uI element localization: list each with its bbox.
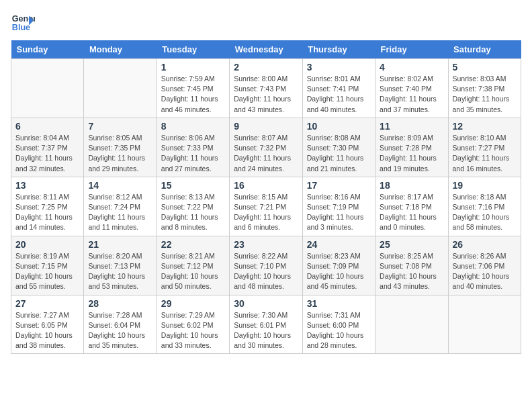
svg-text:Blue: Blue [12,23,30,32]
day-info: Sunrise: 8:23 AM Sunset: 7:09 PM Dayligh… [307,251,371,292]
calendar-cell: 6Sunrise: 8:04 AM Sunset: 7:37 PM Daylig… [11,118,84,177]
day-info: Sunrise: 8:07 AM Sunset: 7:32 PM Dayligh… [234,133,298,174]
day-info: Sunrise: 7:28 AM Sunset: 6:04 PM Dayligh… [88,310,152,351]
day-number: 5 [453,62,517,73]
day-info: Sunrise: 7:29 AM Sunset: 6:02 PM Dayligh… [161,310,225,351]
day-info: Sunrise: 8:09 AM Sunset: 7:28 PM Dayligh… [380,133,443,174]
calendar-cell: 30Sunrise: 7:30 AM Sunset: 6:01 PM Dayli… [230,295,302,354]
day-number: 2 [234,62,298,73]
day-number: 30 [234,298,298,309]
day-number: 17 [307,180,371,191]
day-number: 25 [380,239,443,250]
day-info: Sunrise: 8:19 AM Sunset: 7:15 PM Dayligh… [15,251,79,292]
calendar-cell: 3Sunrise: 8:01 AM Sunset: 7:41 PM Daylig… [302,59,375,118]
weekday-header-thursday: Thursday [302,40,375,59]
day-info: Sunrise: 7:27 AM Sunset: 6:05 PM Dayligh… [15,310,79,351]
calendar-cell: 24Sunrise: 8:23 AM Sunset: 7:09 PM Dayli… [302,236,375,295]
calendar-cell: 1Sunrise: 7:59 AM Sunset: 7:45 PM Daylig… [157,59,229,118]
day-number: 6 [15,121,79,132]
day-info: Sunrise: 8:21 AM Sunset: 7:12 PM Dayligh… [161,251,225,292]
day-number: 4 [380,62,443,73]
calendar-cell [375,295,448,354]
calendar-cell: 5Sunrise: 8:03 AM Sunset: 7:38 PM Daylig… [448,59,521,118]
calendar-cell: 10Sunrise: 8:08 AM Sunset: 7:30 PM Dayli… [302,118,375,177]
day-info: Sunrise: 8:20 AM Sunset: 7:13 PM Dayligh… [88,251,152,292]
day-info: Sunrise: 8:13 AM Sunset: 7:22 PM Dayligh… [161,192,225,233]
calendar-cell: 18Sunrise: 8:17 AM Sunset: 7:18 PM Dayli… [375,177,448,236]
day-number: 12 [453,121,517,132]
weekday-header-sunday: Sunday [11,40,84,59]
calendar-cell: 29Sunrise: 7:29 AM Sunset: 6:02 PM Dayli… [157,295,229,354]
calendar-week-4: 20Sunrise: 8:19 AM Sunset: 7:15 PM Dayli… [11,236,521,295]
calendar-cell: 14Sunrise: 8:12 AM Sunset: 7:24 PM Dayli… [84,177,157,236]
day-number: 14 [88,180,152,191]
day-number: 23 [234,239,298,250]
calendar-cell: 9Sunrise: 8:07 AM Sunset: 7:32 PM Daylig… [230,118,302,177]
calendar-cell [84,59,157,118]
day-info: Sunrise: 8:00 AM Sunset: 7:43 PM Dayligh… [234,74,298,115]
calendar-week-2: 6Sunrise: 8:04 AM Sunset: 7:37 PM Daylig… [11,118,521,177]
day-number: 8 [161,121,225,132]
day-info: Sunrise: 8:18 AM Sunset: 7:16 PM Dayligh… [453,192,517,233]
logo: General Blue [11,11,35,35]
calendar-cell: 20Sunrise: 8:19 AM Sunset: 7:15 PM Dayli… [11,236,84,295]
day-number: 28 [88,298,152,309]
calendar-week-5: 27Sunrise: 7:27 AM Sunset: 6:05 PM Dayli… [11,295,521,354]
calendar-cell: 28Sunrise: 7:28 AM Sunset: 6:04 PM Dayli… [84,295,157,354]
page-header: General Blue [11,11,521,35]
calendar-table: SundayMondayTuesdayWednesdayThursdayFrid… [11,40,521,354]
calendar-cell: 27Sunrise: 7:27 AM Sunset: 6:05 PM Dayli… [11,295,84,354]
day-info: Sunrise: 8:22 AM Sunset: 7:10 PM Dayligh… [234,251,298,292]
day-number: 13 [15,180,79,191]
calendar-cell: 17Sunrise: 8:16 AM Sunset: 7:19 PM Dayli… [302,177,375,236]
calendar-cell: 11Sunrise: 8:09 AM Sunset: 7:28 PM Dayli… [375,118,448,177]
logo-icon: General Blue [11,11,35,35]
day-info: Sunrise: 8:03 AM Sunset: 7:38 PM Dayligh… [453,74,517,115]
calendar-cell: 15Sunrise: 8:13 AM Sunset: 7:22 PM Dayli… [157,177,229,236]
day-info: Sunrise: 8:15 AM Sunset: 7:21 PM Dayligh… [234,192,298,233]
day-info: Sunrise: 8:08 AM Sunset: 7:30 PM Dayligh… [307,133,371,174]
day-number: 31 [307,298,371,309]
calendar-cell: 13Sunrise: 8:11 AM Sunset: 7:25 PM Dayli… [11,177,84,236]
calendar-week-1: 1Sunrise: 7:59 AM Sunset: 7:45 PM Daylig… [11,59,521,118]
calendar-cell: 19Sunrise: 8:18 AM Sunset: 7:16 PM Dayli… [448,177,521,236]
weekday-header-row: SundayMondayTuesdayWednesdayThursdayFrid… [11,40,521,59]
day-info: Sunrise: 8:16 AM Sunset: 7:19 PM Dayligh… [307,192,371,233]
calendar-cell: 23Sunrise: 8:22 AM Sunset: 7:10 PM Dayli… [230,236,302,295]
calendar-cell: 22Sunrise: 8:21 AM Sunset: 7:12 PM Dayli… [157,236,229,295]
day-info: Sunrise: 7:31 AM Sunset: 6:00 PM Dayligh… [307,310,371,351]
weekday-header-wednesday: Wednesday [230,40,302,59]
day-number: 21 [88,239,152,250]
day-number: 24 [307,239,371,250]
day-number: 10 [307,121,371,132]
calendar-week-3: 13Sunrise: 8:11 AM Sunset: 7:25 PM Dayli… [11,177,521,236]
day-number: 26 [453,239,517,250]
day-info: Sunrise: 8:17 AM Sunset: 7:18 PM Dayligh… [380,192,443,233]
day-info: Sunrise: 8:10 AM Sunset: 7:27 PM Dayligh… [453,133,517,174]
calendar-cell: 16Sunrise: 8:15 AM Sunset: 7:21 PM Dayli… [230,177,302,236]
day-info: Sunrise: 7:59 AM Sunset: 7:45 PM Dayligh… [161,74,225,115]
calendar-cell: 31Sunrise: 7:31 AM Sunset: 6:00 PM Dayli… [302,295,375,354]
calendar-cell: 25Sunrise: 8:25 AM Sunset: 7:08 PM Dayli… [375,236,448,295]
calendar-cell [448,295,521,354]
weekday-header-friday: Friday [375,40,448,59]
day-number: 16 [234,180,298,191]
calendar-cell: 8Sunrise: 8:06 AM Sunset: 7:33 PM Daylig… [157,118,229,177]
day-info: Sunrise: 8:05 AM Sunset: 7:35 PM Dayligh… [88,133,152,174]
day-info: Sunrise: 8:11 AM Sunset: 7:25 PM Dayligh… [15,192,79,233]
day-number: 19 [453,180,517,191]
day-number: 22 [161,239,225,250]
weekday-header-monday: Monday [84,40,157,59]
day-info: Sunrise: 8:26 AM Sunset: 7:06 PM Dayligh… [453,251,517,292]
day-info: Sunrise: 8:06 AM Sunset: 7:33 PM Dayligh… [161,133,225,174]
calendar-cell: 2Sunrise: 8:00 AM Sunset: 7:43 PM Daylig… [230,59,302,118]
calendar-cell: 26Sunrise: 8:26 AM Sunset: 7:06 PM Dayli… [448,236,521,295]
day-number: 29 [161,298,225,309]
day-number: 18 [380,180,443,191]
day-info: Sunrise: 8:25 AM Sunset: 7:08 PM Dayligh… [380,251,443,292]
day-info: Sunrise: 8:12 AM Sunset: 7:24 PM Dayligh… [88,192,152,233]
day-number: 3 [307,62,371,73]
day-number: 9 [234,121,298,132]
calendar-cell: 4Sunrise: 8:02 AM Sunset: 7:40 PM Daylig… [375,59,448,118]
day-info: Sunrise: 8:04 AM Sunset: 7:37 PM Dayligh… [15,133,79,174]
